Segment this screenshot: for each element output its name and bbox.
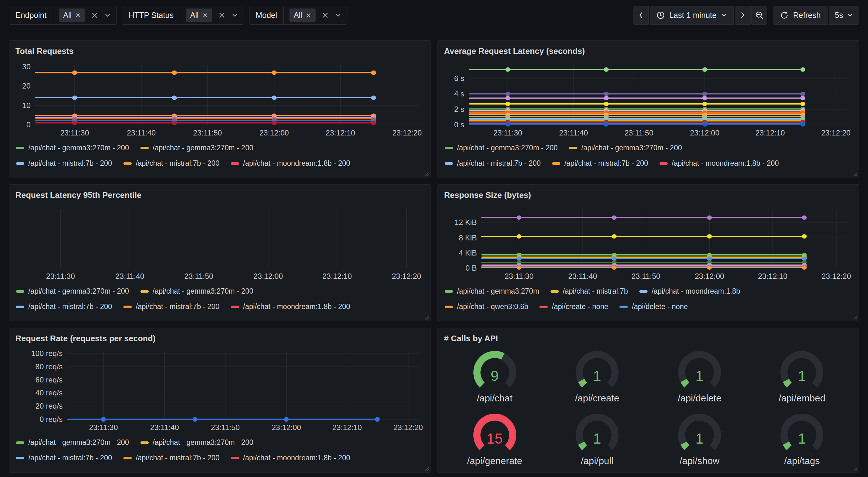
panel-resize-handle[interactable] [424, 466, 429, 471]
filter-selected-tag[interactable]: All [59, 8, 85, 22]
panel-resize-handle[interactable] [424, 172, 429, 176]
series-line [35, 121, 376, 125]
filter-value-area[interactable]: All [53, 6, 117, 24]
plot-area[interactable] [481, 209, 849, 268]
legend-entry[interactable]: /api/chat - gemma3:270m - 200 [16, 438, 129, 447]
close-icon[interactable] [75, 12, 81, 18]
legend-entry[interactable]: /api/delete - none [620, 302, 688, 311]
legend-entry[interactable]: /api/chat - moondream:1.8b - 200 [231, 302, 350, 311]
panel-title[interactable]: Request Latency 95th Percentile [15, 188, 425, 201]
filter-selected-tag[interactable]: All [289, 8, 316, 22]
panel-title[interactable]: Total Requests [15, 44, 425, 57]
x-axis-tick-label: 23:12:10 [332, 423, 362, 432]
zoom-out-button[interactable] [751, 6, 767, 25]
gauge-api-label: /api/tags [784, 455, 820, 466]
legend-entry[interactable]: /api/chat - mistral:7b - 200 [123, 159, 219, 168]
legend-entry[interactable]: /api/chat - moondream:1.8b - 200 [659, 159, 779, 168]
legend-entry[interactable]: /api/create - none [539, 302, 608, 311]
time-shift-forward-button[interactable] [735, 6, 750, 25]
legend-entry[interactable]: /api/chat - gemma3:270m - 200 [16, 144, 129, 152]
legend-entry[interactable]: /api/chat - mistral:7b [551, 287, 628, 296]
chevron-down-icon[interactable] [335, 12, 341, 19]
gauge-api-generate: 15/api/generate [443, 407, 546, 470]
x-axis-tick-label: 23:11:30 [60, 128, 89, 137]
filter-value-area[interactable]: All [180, 6, 244, 24]
legend-series-label: /api/chat - mistral:7b [563, 287, 628, 296]
gauge-api-label: /api/create [575, 393, 619, 404]
plot-area[interactable] [19, 209, 420, 268]
legend-entry[interactable]: /api/chat - mistral:7b - 200 [123, 302, 219, 311]
data-point [517, 257, 522, 261]
clear-all-icon[interactable] [91, 12, 98, 19]
legend-entry[interactable]: /api/chat - mistral:7b - 200 [16, 159, 112, 168]
filter-bar: Endpoint All HTTP Status All [9, 6, 347, 25]
chevron-down-icon[interactable] [104, 12, 111, 19]
legend-entry[interactable]: /api/chat - mistral:7b - 200 [16, 302, 112, 311]
filter-label: HTTP Status [122, 6, 180, 24]
data-point [505, 67, 510, 72]
x-axis-tick-label: 23:11:50 [631, 272, 660, 281]
series-color-dash [445, 162, 453, 165]
refresh-interval-dropdown[interactable]: 5s [829, 6, 859, 25]
legend-series-label: /api/create - none [552, 302, 608, 311]
legend-entry[interactable]: /api/chat - mistral:7b - 200 [445, 159, 541, 168]
filter-selected-tag[interactable]: All [186, 8, 212, 22]
panel-title[interactable]: Average Request Latency (seconds) [443, 44, 853, 57]
filter-selected-value: All [294, 11, 302, 20]
legend-entry[interactable]: /api/chat - moondream:1.8b [639, 287, 740, 296]
legend-entry[interactable]: /api/chat - gemma3:270m - 200 [141, 438, 253, 447]
panel-title[interactable]: Response Size (bytes) [443, 188, 853, 201]
gauge-api-embed: 1/api/embed [751, 344, 853, 407]
panel-resize-handle[interactable] [853, 315, 858, 320]
legend-entry[interactable]: /api/chat - mistral:7b - 200 [552, 159, 648, 168]
legend-entry[interactable]: /api/chat - gemma3:270m - 200 [141, 144, 253, 152]
panel-resize-handle[interactable] [424, 315, 429, 320]
legend-series-label: /api/chat - gemma3:270m - 200 [581, 144, 682, 152]
panel-resize-handle[interactable] [853, 172, 858, 176]
close-icon[interactable] [203, 12, 208, 18]
time-series-chart: 0 req/s20 req/s40 req/s60 req/s80 req/s1… [15, 344, 425, 469]
data-point [517, 234, 522, 239]
filter-value-area[interactable]: All [284, 6, 347, 24]
time-range-button[interactable]: Last 1 minute [650, 6, 734, 25]
panel-resize-handle[interactable] [853, 466, 858, 471]
series-color-dash [141, 290, 149, 293]
chevron-down-icon[interactable] [231, 12, 238, 19]
data-point [505, 96, 510, 100]
clear-all-icon[interactable] [322, 12, 329, 19]
legend-entry[interactable]: /api/chat - moondream:1.8b - 200 [231, 159, 350, 168]
chevron-left-icon [639, 11, 644, 19]
panel-title[interactable]: Request Rate (requests per second) [15, 332, 425, 344]
plot-area[interactable] [35, 65, 420, 125]
legend-entry[interactable]: /api/chat - moondream:1.8b - 200 [231, 454, 350, 462]
legend-entry[interactable]: /api/chat - gemma3:270m - 200 [141, 287, 253, 296]
data-point [802, 234, 807, 239]
x-axis-tick-label: 23:12:20 [393, 128, 422, 137]
time-shift-back-button[interactable] [633, 6, 649, 25]
filter-endpoint: Endpoint All [9, 6, 117, 25]
plot-area[interactable] [67, 352, 420, 419]
gauge-api-label: /api/chat [477, 393, 513, 404]
gauge: 9 [468, 347, 522, 393]
data-point [172, 121, 177, 125]
x-axis-tick-label: 23:12:10 [322, 272, 352, 281]
legend-entry[interactable]: /api/chat - gemma3:270m [445, 287, 539, 296]
x-axis: 23:11:3023:11:4023:11:5023:12:0023:12:10… [67, 419, 420, 433]
data-point [800, 92, 805, 96]
gauge-value: 9 [491, 367, 499, 384]
gauge-value: 1 [593, 430, 601, 447]
refresh-button[interactable]: Refresh [773, 6, 828, 25]
close-icon[interactable] [306, 12, 311, 18]
legend-entry[interactable]: /api/chat - qwen3:0.6b [445, 302, 528, 311]
gauge: 1 [673, 347, 726, 393]
legend-entry[interactable]: /api/chat - gemma3:270m - 200 [569, 144, 682, 152]
clear-all-icon[interactable] [219, 12, 225, 19]
legend-entry[interactable]: /api/chat - mistral:7b - 200 [16, 454, 112, 462]
panel-title[interactable]: # Calls by API [443, 332, 853, 344]
legend-entry[interactable]: /api/chat - mistral:7b - 200 [123, 454, 219, 462]
plot-area[interactable] [469, 65, 849, 125]
data-point [272, 70, 277, 75]
series-line [35, 95, 376, 100]
legend-entry[interactable]: /api/chat - gemma3:270m - 200 [16, 287, 129, 296]
legend-entry[interactable]: /api/chat - gemma3:270m - 200 [445, 144, 558, 152]
